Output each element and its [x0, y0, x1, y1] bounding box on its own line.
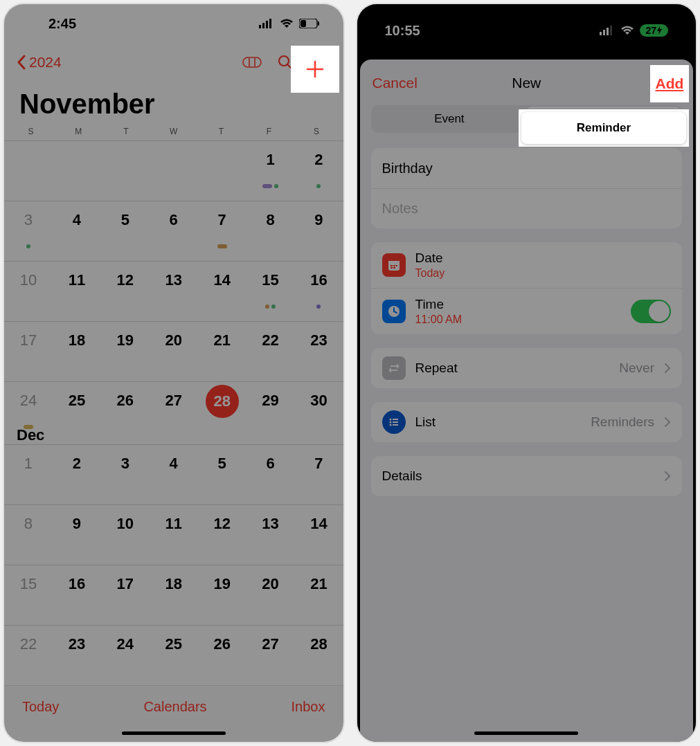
dim-overlay [4, 4, 343, 742]
add-button-highlight[interactable]: Add [650, 65, 689, 102]
home-indicator[interactable] [474, 731, 578, 735]
add-button-label: Add [656, 75, 684, 92]
segment-reminder-label: Reminder [521, 112, 686, 144]
calendar-screen: 2:45 2024 November SMTWTFS 1234567891011… [4, 4, 343, 742]
plus-icon [305, 60, 325, 79]
new-reminder-screen: 10:55 27 Cancel New Add Event Reminder [357, 4, 697, 742]
reminder-segment-highlight[interactable]: Reminder [519, 109, 689, 147]
add-event-button-highlight[interactable] [291, 46, 339, 93]
